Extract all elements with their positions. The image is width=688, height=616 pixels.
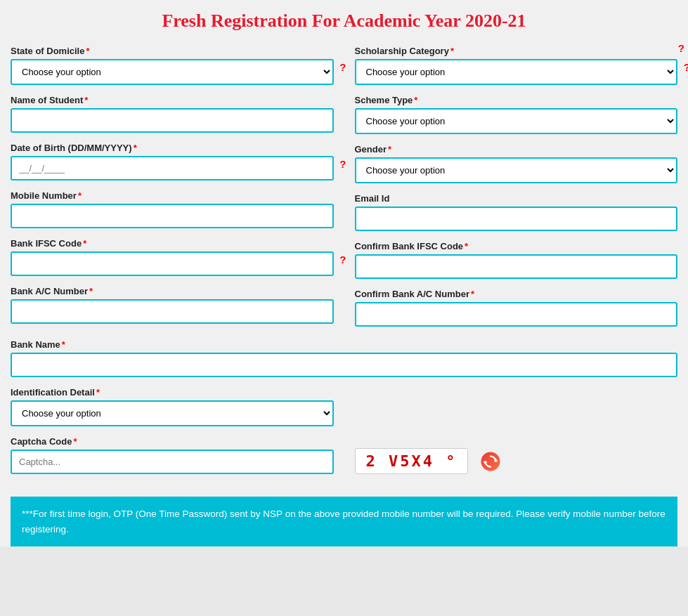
required-indicator: * xyxy=(86,46,89,56)
state-domicile-group: State of Domicile* Choose your option ? xyxy=(11,46,334,85)
required-indicator: * xyxy=(73,436,77,447)
confirm-bank-ac-label: Confirm Bank A/C Number* xyxy=(355,289,678,299)
required-indicator: * xyxy=(78,190,82,201)
required-indicator: * xyxy=(465,241,468,251)
confirm-bank-ifsc-group: Confirm Bank IFSC Code* xyxy=(355,241,678,279)
scheme-type-select[interactable]: Choose your option xyxy=(355,108,678,134)
mobile-number-input[interactable] xyxy=(11,204,334,228)
left-column: State of Domicile* Choose your option ? … xyxy=(11,46,334,336)
required-indicator: * xyxy=(62,339,65,350)
state-domicile-select[interactable]: Choose your option xyxy=(11,59,334,85)
bank-ac-label: Bank A/C Number* xyxy=(11,286,334,296)
email-group: Email Id xyxy=(355,193,678,231)
state-domicile-label: State of Domicile* xyxy=(11,46,334,56)
bank-ifsc-label: Bank IFSC Code* xyxy=(11,238,334,249)
mobile-number-label: Mobile Number* xyxy=(11,190,334,201)
required-indicator: * xyxy=(450,46,454,56)
email-label: Email Id xyxy=(355,193,678,204)
bank-name-group: Bank Name* xyxy=(11,339,677,377)
required-indicator: * xyxy=(471,289,474,299)
captcha-row: 2 V5X4 ° xyxy=(355,448,503,474)
dob-help-icon[interactable]: ? xyxy=(339,158,346,170)
scholarship-category-label: Scholarship Category* xyxy=(355,46,678,56)
name-of-student-label: Name of Student* xyxy=(11,95,334,105)
identification-detail-section: Identification Detail* Choose your optio… xyxy=(11,387,334,484)
required-indicator: * xyxy=(83,238,86,249)
required-indicator: * xyxy=(134,143,137,153)
name-of-student-group: Name of Student* xyxy=(11,95,334,133)
identification-detail-label: Identification Detail* xyxy=(11,387,334,398)
identification-detail-select[interactable]: Choose your option xyxy=(11,400,334,426)
captcha-input[interactable] xyxy=(11,450,334,474)
mobile-number-group: Mobile Number* xyxy=(11,190,334,228)
footer-text: ***For first time login, OTP (One Time P… xyxy=(22,509,666,535)
required-indicator: * xyxy=(414,95,417,105)
state-domicile-help-icon[interactable]: ? xyxy=(339,61,346,73)
page-title: Fresh Registration For Academic Year 202… xyxy=(11,11,677,32)
bank-ifsc-input[interactable] xyxy=(11,251,334,276)
email-input[interactable] xyxy=(355,207,678,231)
right-top-help-icon[interactable]: ? xyxy=(678,42,684,54)
scholarship-category-select[interactable]: Choose your option xyxy=(355,59,678,85)
bank-ifsc-help-icon[interactable]: ? xyxy=(339,254,346,266)
bank-name-input[interactable] xyxy=(11,353,677,377)
footer-banner: ***For first time login, OTP (One Time P… xyxy=(11,497,677,546)
scheme-type-group: Scheme Type* Choose your option xyxy=(355,95,678,134)
name-of-student-input[interactable] xyxy=(11,108,334,133)
right-column: ? Scholarship Category* Choose your opti… xyxy=(355,46,678,336)
captcha-code-group: Captcha Code* xyxy=(11,436,334,474)
scholarship-category-group: Scholarship Category* Choose your option… xyxy=(355,46,678,85)
required-indicator: * xyxy=(84,95,88,105)
required-indicator: * xyxy=(89,286,93,296)
dob-label: Date of Birth (DD/MM/YYYY)* xyxy=(11,143,334,153)
confirm-bank-ifsc-label: Confirm Bank IFSC Code* xyxy=(355,241,678,251)
captcha-image-section: 2 V5X4 ° xyxy=(355,387,678,484)
scheme-type-label: Scheme Type* xyxy=(355,95,678,105)
dob-group: Date of Birth (DD/MM/YYYY)* ? xyxy=(11,143,334,181)
confirm-bank-ac-group: Confirm Bank A/C Number* xyxy=(355,289,678,327)
required-indicator: * xyxy=(96,387,100,398)
confirm-bank-ifsc-input[interactable] xyxy=(355,254,678,279)
bank-name-label: Bank Name* xyxy=(11,339,677,350)
required-indicator: * xyxy=(388,144,391,155)
gender-label: Gender* xyxy=(355,144,678,155)
gender-select[interactable]: Choose your option xyxy=(355,157,678,183)
captcha-code-label: Captcha Code* xyxy=(11,436,334,447)
bank-ac-group: Bank A/C Number* xyxy=(11,286,334,324)
captcha-refresh-button[interactable] xyxy=(479,450,502,473)
bank-ac-input[interactable] xyxy=(11,299,334,324)
identification-detail-group: Identification Detail* Choose your optio… xyxy=(11,387,334,426)
bank-ifsc-group: Bank IFSC Code* ? xyxy=(11,238,334,276)
scholarship-category-help-icon[interactable]: ? xyxy=(684,61,688,73)
dob-input[interactable] xyxy=(11,156,334,181)
confirm-bank-ac-input[interactable] xyxy=(355,302,678,327)
captcha-image: 2 V5X4 ° xyxy=(355,448,469,474)
gender-group: Gender* Choose your option xyxy=(355,144,678,183)
